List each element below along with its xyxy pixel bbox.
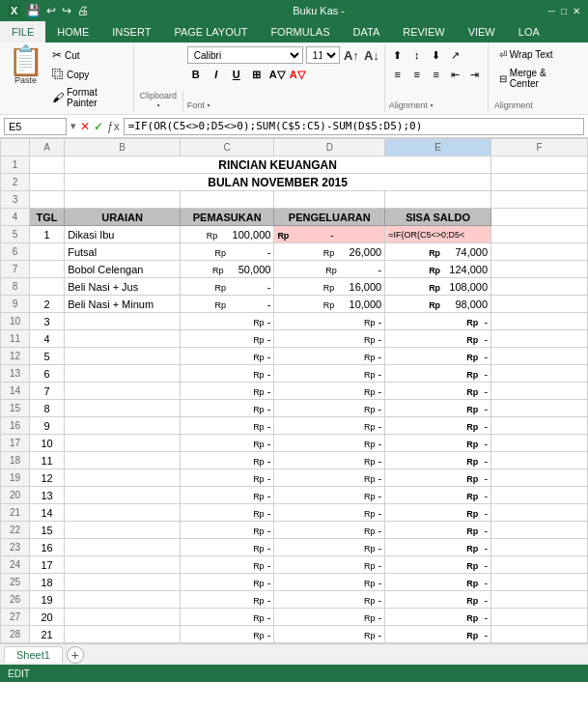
cell-F3[interactable] xyxy=(491,191,588,209)
cell-pen[interactable]: Rp - xyxy=(274,330,385,348)
cell-tgl[interactable]: 14 xyxy=(29,504,64,522)
cell-saldo-8[interactable]: Rp 108,000 xyxy=(385,278,491,296)
col-header-D[interactable]: D xyxy=(274,139,385,156)
cell-tgl[interactable]: 7 xyxy=(29,383,64,400)
cell-uraian-8[interactable]: Beli Nasi + Jus xyxy=(65,278,181,296)
cell-tgl[interactable]: 16 xyxy=(29,539,64,556)
name-box-arrow[interactable]: ▾ xyxy=(70,120,76,132)
cell-pen[interactable]: Rp - xyxy=(274,417,385,435)
cell-pem[interactable]: Rp - xyxy=(180,556,273,574)
cell-pen[interactable]: Rp - xyxy=(274,626,385,643)
cell-uraian[interactable] xyxy=(65,556,181,574)
cell-saldo[interactable]: Rp - xyxy=(385,591,491,609)
cell-D3[interactable] xyxy=(274,191,385,209)
cell-saldo[interactable]: Rp - xyxy=(385,574,491,591)
cell-tgl[interactable]: 8 xyxy=(29,400,64,417)
copy-button[interactable]: ⿻ Copy xyxy=(47,66,129,83)
cell-saldo[interactable]: Rp - xyxy=(385,522,491,539)
underline-button[interactable]: U xyxy=(228,66,245,83)
col-header-A[interactable]: A xyxy=(29,139,64,156)
quick-access-undo[interactable]: ↩ xyxy=(46,4,56,17)
cell-pen[interactable]: Rp - xyxy=(274,452,385,469)
cell-saldo[interactable]: Rp - xyxy=(385,435,491,452)
cell-pem[interactable]: Rp - xyxy=(180,417,273,435)
cell-pen-5[interactable]: Rp - xyxy=(274,226,385,243)
cell-uraian[interactable] xyxy=(65,452,181,469)
quick-access-save[interactable]: 💾 xyxy=(26,4,41,17)
orient-button[interactable]: ↗ xyxy=(447,46,464,64)
minimize-icon[interactable]: ─ xyxy=(548,6,555,16)
cell-pem-8[interactable]: Rp - xyxy=(180,278,273,296)
cell-tgl[interactable]: 13 xyxy=(29,487,64,504)
quick-access-redo[interactable]: ↪ xyxy=(62,4,71,17)
cell-pen[interactable]: Rp - xyxy=(274,574,385,591)
cell-uraian-5[interactable]: Dikasi Ibu xyxy=(65,226,181,243)
cell-pem[interactable]: Rp - xyxy=(180,365,273,383)
cell-B3[interactable] xyxy=(65,191,181,209)
confirm-formula-icon[interactable]: ✓ xyxy=(94,120,103,133)
cell-tgl[interactable]: 3 xyxy=(29,313,64,330)
cell-tgl[interactable]: 17 xyxy=(29,556,64,574)
cell-pen[interactable]: Rp - xyxy=(274,313,385,330)
close-icon[interactable]: ✕ xyxy=(573,6,580,16)
col-header-E[interactable]: E xyxy=(385,139,491,156)
cell-reference-box[interactable] xyxy=(4,118,67,135)
font-name-select[interactable]: Calibri xyxy=(187,46,303,64)
cell-uraian[interactable] xyxy=(65,435,181,452)
cell-pen[interactable]: Rp - xyxy=(274,504,385,522)
cell-F2[interactable] xyxy=(491,174,588,191)
cell-pem[interactable]: Rp - xyxy=(180,609,273,626)
tab-data[interactable]: DATA xyxy=(342,21,392,43)
cell-saldo[interactable]: Rp - xyxy=(385,452,491,469)
cell-F9[interactable] xyxy=(491,296,588,313)
cell-saldo[interactable]: Rp - xyxy=(385,313,491,330)
cell-A3[interactable] xyxy=(29,191,64,209)
cell-pem-6[interactable]: Rp - xyxy=(180,243,273,261)
cell-pem[interactable]: Rp - xyxy=(180,452,273,469)
align-right-button[interactable]: ≡ xyxy=(428,66,445,83)
cell-uraian[interactable] xyxy=(65,330,181,348)
cell-F4[interactable] xyxy=(491,209,588,226)
cell-uraian[interactable] xyxy=(65,591,181,609)
maximize-icon[interactable]: □ xyxy=(561,6,567,16)
cell-tgl[interactable]: 4 xyxy=(29,330,64,348)
quick-access-print[interactable]: 🖨 xyxy=(77,4,89,17)
cell-pen-6[interactable]: Rp 26,000 xyxy=(274,243,385,261)
sheet-tab-sheet1[interactable]: Sheet1 xyxy=(4,646,63,663)
cell-uraian[interactable] xyxy=(65,487,181,504)
italic-button[interactable]: I xyxy=(208,66,225,83)
cell-tgl[interactable]: 10 xyxy=(29,435,64,452)
cell-saldo-7[interactable]: Rp 124,000 xyxy=(385,261,491,278)
cell-saldo[interactable]: Rp - xyxy=(385,626,491,643)
bold-button[interactable]: B xyxy=(187,66,205,83)
cell-uraian[interactable] xyxy=(65,539,181,556)
cell-saldo[interactable]: Rp - xyxy=(385,417,491,435)
cell-saldo-9[interactable]: Rp 98,000 xyxy=(385,296,491,313)
tab-loa[interactable]: LOA xyxy=(507,21,551,43)
cell-pem[interactable]: Rp - xyxy=(180,574,273,591)
cell-pen[interactable]: Rp - xyxy=(274,469,385,487)
cell-tgl-8[interactable] xyxy=(29,278,64,296)
tab-home[interactable]: HOME xyxy=(45,21,100,43)
cell-tgl[interactable]: 5 xyxy=(29,348,64,365)
cell-pen[interactable]: Rp - xyxy=(274,365,385,383)
cell-pen-8[interactable]: Rp 16,000 xyxy=(274,278,385,296)
cell-pen-7[interactable]: Rp - xyxy=(274,261,385,278)
insert-function-icon[interactable]: ƒx xyxy=(107,120,120,133)
cell-pen[interactable]: Rp - xyxy=(274,487,385,504)
cell-uraian[interactable] xyxy=(65,417,181,435)
cell-uraian[interactable] xyxy=(65,626,181,643)
cell-pem[interactable]: Rp - xyxy=(180,487,273,504)
cell-uraian-7[interactable]: Bobol Celengan xyxy=(65,261,181,278)
cell-saldo-6[interactable]: Rp 74,000 xyxy=(385,243,491,261)
cell-uraian[interactable] xyxy=(65,383,181,400)
paste-button[interactable]: 📋 Paste xyxy=(8,46,43,110)
add-sheet-button[interactable]: + xyxy=(67,646,84,664)
tab-insert[interactable]: INSERT xyxy=(100,21,162,43)
tab-review[interactable]: REVIEW xyxy=(391,21,456,43)
cell-saldo[interactable]: Rp - xyxy=(385,469,491,487)
col-header-B[interactable]: B xyxy=(65,139,181,156)
cell-uraian[interactable] xyxy=(65,348,181,365)
align-middle-button[interactable]: ↕ xyxy=(408,46,426,64)
cell-uraian[interactable] xyxy=(65,313,181,330)
